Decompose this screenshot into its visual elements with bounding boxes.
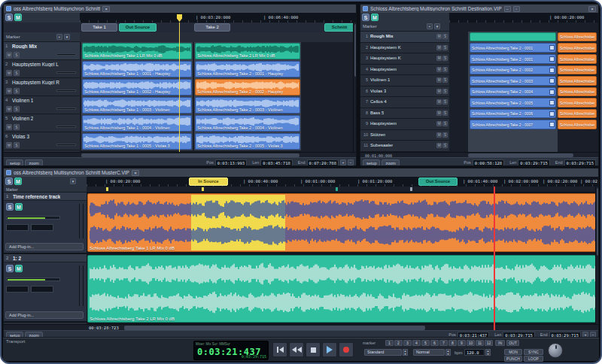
audio-clip[interactable]: Schloss Albrechtsberg Take 1 - 0005 - Vi… (82, 133, 192, 150)
audio-clip-selected[interactable]: Schloss Albrechtsberg Take 2 - 0002 - Ha… (195, 79, 300, 96)
clip-fx-icon[interactable] (549, 45, 555, 50)
mode-spinner[interactable]: ▲▼ (403, 349, 408, 356)
audio-clip[interactable]: Schloss Albrechtsberg (558, 109, 597, 119)
horizontal-scrollbar[interactable]: 00:01:00:000 (360, 152, 598, 157)
destination-titlebar[interactable]: Schloss Albrechtsberg Multisynchron Schn… (360, 5, 598, 13)
audio-clip[interactable]: Schloss Albrechtsberg (558, 54, 597, 64)
track-solo-button[interactable]: S (6, 265, 14, 272)
marker-flag[interactable] (410, 187, 412, 191)
clip-fx-icon[interactable] (549, 122, 555, 127)
out-button[interactable]: OUT (506, 340, 519, 346)
len-value[interactable]: 0:03:29:715 (518, 159, 549, 166)
close-icon[interactable]: × (588, 6, 596, 12)
track-header[interactable]: 1 Time reference track (4, 193, 87, 201)
track-solo-button[interactable]: S (14, 70, 20, 76)
audio-clip[interactable] (470, 32, 556, 41)
track-solo-button[interactable]: S (442, 121, 448, 126)
track-panel[interactable]: 1 Time reference track S M Add Plug-in..… (4, 193, 87, 254)
destination-clip-area[interactable]: Schloss Albrechtsberg Schloss Albrechtsb… (449, 23, 599, 152)
volume-value[interactable] (6, 224, 29, 231)
end-value[interactable]: 0:07:20:788 (307, 159, 339, 166)
source-clip-area[interactable]: Schloss Albrechtsberg Take 1 LR Mix 0 dB… (80, 42, 357, 152)
track-mute-button[interactable]: M (436, 121, 442, 126)
minimize-icon[interactable]: – (504, 6, 511, 12)
zoom-button[interactable]: zoom (25, 159, 42, 166)
audio-clip[interactable]: Schloss Albrechtsberg Take 2 - 0001 (470, 54, 556, 64)
setup-button[interactable]: setup (363, 159, 380, 166)
sync-toggle[interactable]: SYNC (524, 349, 543, 355)
track-solo-button[interactable]: S (14, 124, 20, 130)
track-mute-button[interactable]: M (436, 99, 442, 105)
punch-toggle[interactable]: PUNCH (504, 356, 522, 362)
marker-button-5[interactable]: 5 (421, 340, 430, 346)
track-solo-button[interactable]: S (442, 77, 448, 83)
audio-clip[interactable]: Schloss Albrechtsberg Take 2 - 0001 (470, 43, 556, 53)
marker-button-4[interactable]: 4 (412, 340, 421, 346)
track-row[interactable]: 1 Rough Mix M S (4, 42, 80, 60)
zoom-out-icon[interactable]: − (590, 332, 596, 338)
record-button[interactable] (339, 342, 354, 357)
solo-button[interactable]: S (362, 14, 369, 21)
track-buttons[interactable]: MS (436, 67, 448, 72)
solo-button[interactable]: S (5, 177, 13, 185)
zoom-button[interactable]: zoom (25, 332, 42, 338)
pos-value[interactable]: 0:03:13:993 (215, 159, 247, 166)
volume-slider[interactable] (6, 278, 60, 281)
audio-clip[interactable]: Schloss Albrechtsberg Take 2 - 0001 - Ha… (195, 61, 300, 77)
track-solo-button[interactable]: S (6, 203, 14, 211)
track-mute-button[interactable]: M (6, 142, 12, 148)
track-row[interactable]: 5 Violinen 1 MS (360, 75, 449, 86)
audio-clip[interactable]: Schloss Albrechtsberg Take 1 - 0001 - Ha… (82, 61, 192, 77)
audio-clip[interactable]: Schloss Albrechtsberg Take 2 - 0005 (470, 98, 556, 108)
track-buttons[interactable]: MS (436, 132, 448, 138)
destination-timeline-ruler[interactable]: | 00:00:20:000 (449, 13, 599, 23)
marker-button-8[interactable]: 8 (448, 340, 457, 346)
source-timeline-ruler[interactable]: | 00:03:20:000 | 00:06:40:000 (80, 13, 357, 23)
audio-clip[interactable]: Schloss Albrechtsberg Take 2 LR Mix 0 dB (195, 43, 300, 59)
track-buttons[interactable]: MS (436, 143, 448, 148)
track-solo-button[interactable]: S (442, 34, 448, 39)
track-buttons[interactable]: MS (436, 34, 448, 39)
schnitt-button[interactable]: Schnitt (324, 23, 354, 32)
audio-clip[interactable]: Schloss Albrechtsberg Take 2 - 0004 (470, 87, 556, 97)
tab-take-1[interactable]: Take 1 (81, 23, 117, 32)
track-buttons[interactable]: MS (436, 56, 448, 61)
track-buttons[interactable]: MS (436, 45, 448, 50)
bpm-spinner[interactable]: ▲▼ (485, 349, 491, 356)
audio-clip[interactable]: Schloss Albrechtsberg Take 2 - 0005 - Vi… (195, 133, 300, 150)
marker-flag[interactable] (202, 187, 204, 191)
tab-take-2[interactable]: Take 2 (194, 23, 230, 32)
audio-clip[interactable]: Schloss Albrechtsberg Take 2 - 0004 - Vi… (195, 115, 300, 132)
audio-clip[interactable]: Schloss Albrechtsberg Take 2 - 0003 - Vi… (195, 97, 300, 114)
track-buttons[interactable]: MS (436, 121, 448, 126)
down-arrow-icon[interactable]: ▼ (486, 353, 490, 356)
clip-fx-icon[interactable] (549, 56, 555, 62)
loop-toggle[interactable]: LOOP (524, 356, 543, 362)
track-row[interactable]: 5 Violinen 2 M S (4, 114, 80, 132)
audio-clip[interactable]: Schloss Albrechtsberg (558, 76, 597, 86)
track-mute-button[interactable]: M (436, 45, 442, 50)
go-to-start-button[interactable] (272, 342, 287, 357)
track-row[interactable]: 2 Hauptsystem K MS (360, 43, 449, 54)
track-solo-button[interactable]: S (442, 143, 448, 148)
track-row[interactable]: 3 Hauptsystem K MS (360, 53, 449, 65)
play-button[interactable] (322, 342, 337, 357)
volume-slider[interactable] (6, 216, 60, 220)
track-buttons[interactable]: MS (436, 89, 448, 94)
audio-clip[interactable]: Schloss Albrechtsberg (558, 32, 597, 41)
muster-timeline-ruler[interactable]: | 00:00:20:000 | 00:00:40:000 | 00:01:00… (87, 177, 599, 187)
zoom-in-icon[interactable]: + (582, 332, 588, 338)
audio-clip[interactable]: Schloss Albrechtsberg (558, 65, 597, 75)
track-row[interactable]: 11 Subesaaler MS (360, 141, 449, 152)
track-row[interactable]: 4 Hauptsystem MS (360, 65, 449, 76)
close-icon[interactable]: × (132, 170, 139, 176)
horizontal-scrollbar[interactable] (4, 152, 356, 157)
audio-clip[interactable]: Schloss Albrechtsberg (558, 87, 597, 97)
track-buttons[interactable]: MS (436, 77, 448, 83)
monitor-toggle[interactable]: MON (504, 349, 522, 355)
track-mute-button[interactable]: M (6, 52, 12, 58)
zoom-button[interactable]: zoom (382, 159, 399, 166)
speed-select[interactable]: Normal (413, 349, 445, 356)
track-mute-button[interactable]: M (6, 70, 12, 76)
rewind-button[interactable] (289, 342, 304, 357)
